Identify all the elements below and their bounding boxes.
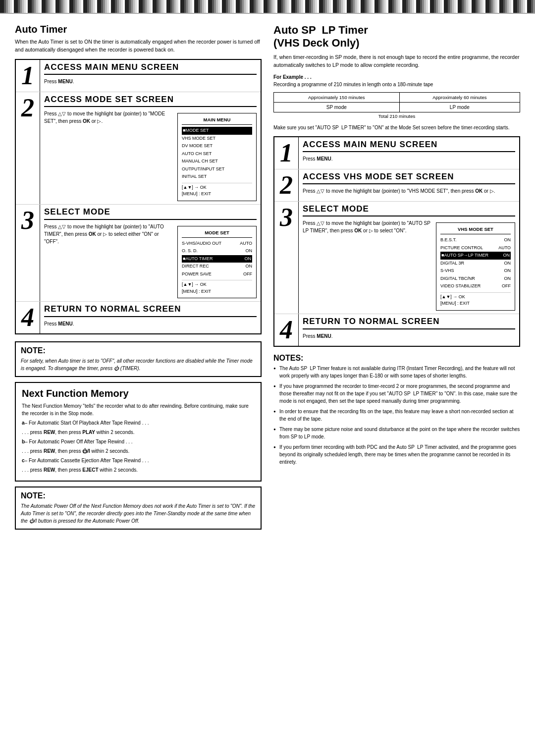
vhs-video-stabilizer: VIDEO STABILIZEROFF bbox=[440, 282, 511, 290]
sp-step-2-number: 2 bbox=[274, 169, 298, 201]
step-3: 3 SELECT MODE Press △▽ to move the highl… bbox=[16, 205, 261, 302]
step-3-number: 3 bbox=[16, 205, 40, 301]
menu-item-mode-set: ■MODE SET bbox=[182, 127, 252, 135]
mode-direct-rec: DIRECT RECON bbox=[182, 263, 252, 270]
step-4-header: RETURN TO NORMAL SCREEN bbox=[44, 305, 257, 317]
step-1-body: Press MENU. bbox=[44, 78, 257, 85]
left-column: Auto Timer When the Auto Timer is set to… bbox=[15, 24, 262, 535]
make-sure-text: Make sure you set "AUTO SP LP TIMER" to … bbox=[273, 124, 520, 131]
main-menu-box: MAIN MENU ■MODE SET VHS MODE SET DV MODE… bbox=[177, 113, 257, 201]
step-4: 4 RETURN TO NORMAL SCREEN Press MENU. bbox=[16, 302, 261, 333]
menu-title: MAIN MENU bbox=[182, 116, 252, 125]
note-2-title: NOTE: bbox=[21, 491, 256, 500]
note-1-text: For safety, when Auto timer is set to "O… bbox=[21, 357, 256, 372]
note-2-box: NOTE: The Automatic Power Off of the Nex… bbox=[15, 486, 262, 530]
mode-set-menu-title: MODE SET bbox=[182, 229, 252, 238]
menu-item-manual-ch-set: MANUAL CH SET bbox=[182, 158, 252, 165]
step-1-content: ACCESS MAIN MENU SCREEN Press MENU. bbox=[40, 60, 261, 92]
auto-timer-description: When the Auto Timer is set to ON the tim… bbox=[15, 38, 262, 54]
notes-title: NOTES: bbox=[273, 354, 520, 363]
vhs-picture-control: PICTURE CONTROLAUTO bbox=[440, 244, 511, 252]
sp-step-1-body: Press MENU. bbox=[303, 155, 515, 162]
step-4-number: 4 bbox=[16, 302, 40, 333]
note-item-5: If you perform timer recording with both… bbox=[273, 443, 520, 466]
sp-step-4-number: 4 bbox=[274, 314, 298, 346]
vhs-digital-tbc: DIGITAL TBC/NRON bbox=[440, 275, 511, 283]
sp-step-1-header: ACCESS MAIN MENU SCREEN bbox=[303, 140, 515, 153]
sp-step-4-header: RETURN TO NORMAL SCREEN bbox=[303, 317, 515, 329]
step-3-header: SELECT MODE bbox=[44, 208, 257, 220]
vhs-digital-3r: DIGITAL 3RON bbox=[440, 260, 511, 268]
auto-sp-lp-title: Auto SP LP Timer(VHS Deck Only) bbox=[273, 24, 520, 50]
nfm-body: The Next Function Memory "tells" the rec… bbox=[22, 402, 255, 474]
mode-auto-timer: ■AUTO TIMERON bbox=[182, 255, 252, 263]
nfm-item-b1: b– For Automatic Power Off After Tape Re… bbox=[22, 438, 255, 445]
mode-power-save: POWER SAVEOFF bbox=[182, 270, 252, 278]
menu-item-output-input: OUTPUT/INPUT SET bbox=[182, 165, 252, 173]
step-2-content: ACCESS MODE SET SCREEN Press △▽ to move … bbox=[40, 92, 261, 204]
sp-step-3: 3 SELECT MODE Press △▽ to move the highl… bbox=[274, 202, 519, 314]
mode-osd: O. S. D.ON bbox=[182, 247, 252, 255]
sp-step-2-header: ACCESS VHS MODE SET SCREEN bbox=[303, 172, 515, 185]
note-item-1: The Auto SP LP Timer feature is not avai… bbox=[273, 365, 520, 379]
menu-item-dv-mode-set: DV MODE SET bbox=[182, 142, 252, 150]
vhs-best: B.E.S.T.ON bbox=[440, 236, 511, 244]
table-header-lp: Approximately 60 minutes bbox=[399, 92, 520, 102]
sp-step-1: 1 ACCESS MAIN MENU SCREEN Press MENU. bbox=[274, 137, 519, 169]
step-1-header: ACCESS MAIN MENU SCREEN bbox=[44, 63, 257, 75]
step-3-content: SELECT MODE Press △▽ to move the highlig… bbox=[40, 205, 261, 301]
step-4-content: RETURN TO NORMAL SCREEN Press MENU. bbox=[40, 302, 261, 333]
note-item-3: In order to ensure that the recording fi… bbox=[273, 408, 520, 423]
sp-step-1-number: 1 bbox=[274, 137, 298, 169]
menu-item-vhs-mode-set: VHS MODE SET bbox=[182, 135, 252, 143]
step-3-body: Press △▽ to move the highlight bar (poin… bbox=[44, 223, 257, 299]
table-header-sp: Approximately 150 minutes bbox=[274, 92, 400, 102]
step-2-number: 2 bbox=[16, 92, 40, 204]
vhs-mode-set-menu-box: VHS MODE SET B.E.S.T.ON PICTURE CONTROLA… bbox=[436, 222, 515, 311]
nfm-item-c2: . . . press REW, then press EJECT within… bbox=[22, 466, 255, 474]
sp-step-2-body: Press △▽ to move the highlight bar (poin… bbox=[303, 187, 515, 195]
top-decorative-bar bbox=[0, 0, 535, 14]
table-total: Total 210 minutes bbox=[274, 112, 520, 120]
sp-step-3-body: Press △▽ to move the highlight bar (poin… bbox=[303, 219, 515, 311]
mode-table: Approximately 150 minutes Approximately … bbox=[273, 92, 520, 120]
sp-step-3-number: 3 bbox=[274, 202, 298, 314]
mode-set-menu-box: MODE SET S-VHS/AUDIO OUTAUTO O. S. D.ON … bbox=[177, 226, 257, 299]
nfm-item-b2: . . . press REW, then press ⏻/I within 2… bbox=[22, 447, 255, 455]
example-text: Recording a programme of 210 minutes in … bbox=[273, 81, 520, 88]
table-sp-mode: SP mode bbox=[274, 102, 400, 112]
step-2-header: ACCESS MODE SET SCREEN bbox=[44, 95, 257, 108]
sp-step-3-content: SELECT MODE Press △▽ to move the highlig… bbox=[298, 202, 519, 314]
note-item-2: If you have programmed the recorder to t… bbox=[273, 382, 520, 405]
sp-step-2: 2 ACCESS VHS MODE SET SCREEN Press △▽ to… bbox=[274, 169, 519, 202]
auto-sp-lp-steps: 1 ACCESS MAIN MENU SCREEN Press MENU. 2 … bbox=[273, 136, 520, 347]
sp-step-2-content: ACCESS VHS MODE SET SCREEN Press △▽ to m… bbox=[298, 169, 519, 201]
auto-sp-lp-description: If, when timer-recording in SP mode, the… bbox=[273, 54, 520, 69]
notes-list: The Auto SP LP Timer feature is not avai… bbox=[273, 365, 520, 466]
table-lp-mode: LP mode bbox=[399, 102, 520, 112]
step-1-number: 1 bbox=[16, 60, 40, 92]
right-column: Auto SP LP Timer(VHS Deck Only) If, when… bbox=[273, 24, 520, 535]
menu-footer: [▲▼] → OK[MENU] : EXIT bbox=[182, 183, 252, 198]
sp-step-3-header: SELECT MODE bbox=[303, 205, 515, 217]
vhs-menu-title: VHS MODE SET bbox=[440, 226, 511, 234]
note-1-title: NOTE: bbox=[21, 346, 256, 355]
note-item-4: There may be some picture noise and soun… bbox=[273, 426, 520, 440]
auto-timer-title: Auto Timer bbox=[15, 24, 262, 35]
auto-timer-steps: 1 ACCESS MAIN MENU SCREEN Press MENU. 2 … bbox=[15, 59, 262, 335]
vhs-menu-footer: [▲▼] → OK[MENU] : EXIT bbox=[440, 292, 511, 307]
nfm-section: Next Function Memory The Next Function M… bbox=[15, 382, 262, 482]
notes-section: NOTES: The Auto SP LP Timer feature is n… bbox=[273, 354, 520, 466]
note-1-box: NOTE: For safety, when Auto timer is set… bbox=[15, 341, 262, 377]
nfm-item-a2: . . . press REW, then press PLAY within … bbox=[22, 429, 255, 436]
nfm-intro: The Next Function Memory "tells" the rec… bbox=[22, 402, 255, 417]
note-2-text: The Automatic Power Off of the Next Func… bbox=[21, 502, 256, 525]
mode-svhs-audio: S-VHS/AUDIO OUTAUTO bbox=[182, 240, 252, 248]
nfm-title: Next Function Memory bbox=[22, 388, 255, 399]
page-content: Auto Timer When the Auto Timer is set to… bbox=[0, 14, 535, 544]
sp-step-4-body: Press MENU. bbox=[303, 332, 515, 340]
sp-step-1-content: ACCESS MAIN MENU SCREEN Press MENU. bbox=[298, 137, 519, 169]
nfm-item-a1: a– For Automatic Start Of Playback After… bbox=[22, 419, 255, 427]
step-1: 1 ACCESS MAIN MENU SCREEN Press MENU. bbox=[16, 60, 261, 92]
vhs-s-vhs: S-VHSON bbox=[440, 267, 511, 275]
